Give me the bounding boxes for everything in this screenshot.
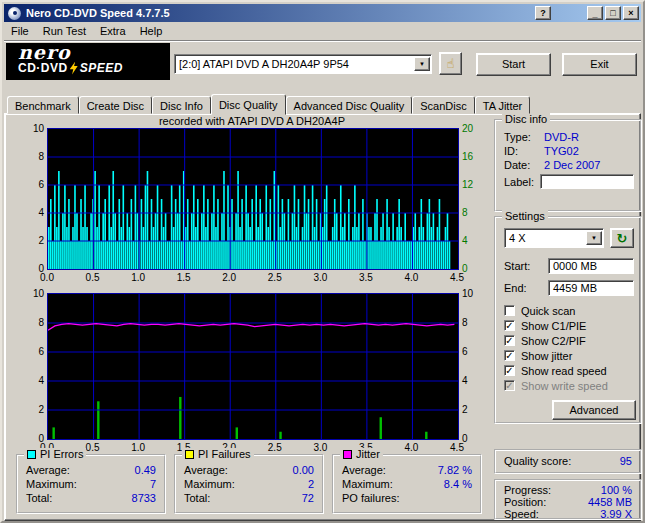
axis-tick: 6 xyxy=(22,179,44,190)
legend-label: Maximum: xyxy=(342,478,393,490)
menu-help[interactable]: Help xyxy=(133,23,170,40)
checkbox-box[interactable] xyxy=(504,305,515,316)
tab-bar: BenchmarkCreate DiscDisc InfoDisc Qualit… xyxy=(7,93,530,114)
axis-tick: 8 xyxy=(22,317,44,328)
axis-tick: 8 xyxy=(462,207,486,218)
app-window: Nero CD-DVD Speed 4.7.7.5 ? _ □ × FileRu… xyxy=(0,0,645,523)
checkbox-show-c2-pif[interactable]: ✓Show C2/PIF xyxy=(504,334,586,347)
legend-title: PI Failures xyxy=(182,448,254,460)
disc-info-value: 2 Dec 2007 xyxy=(544,159,600,171)
menu-separator xyxy=(4,40,641,42)
menu-file[interactable]: File xyxy=(4,23,36,40)
axis-tick: 0.5 xyxy=(80,272,106,283)
axis-tick: 1.0 xyxy=(125,272,151,283)
legend-title-text: PI Failures xyxy=(198,448,251,460)
label-label: Label: xyxy=(504,176,534,188)
minimize-button[interactable]: _ xyxy=(587,6,603,20)
axis-tick: 3.0 xyxy=(307,272,333,283)
chart-header: recorded with ATAPI DVD A DH20A4P xyxy=(47,115,457,127)
label-field[interactable] xyxy=(540,174,634,189)
disc-info-title: Disc info xyxy=(502,113,550,125)
eject-button[interactable]: ☝ xyxy=(439,52,462,75)
start-field[interactable]: 0000 MB xyxy=(548,258,634,274)
axis-tick: 4 xyxy=(22,375,44,386)
disc-info-group: Disc info Label: Type:DVD-RID:TYG02Date:… xyxy=(494,119,642,212)
advanced-button[interactable]: Advanced xyxy=(552,400,636,420)
axis-tick: 10 xyxy=(462,288,486,299)
hand-icon: ☝ xyxy=(447,56,455,71)
legend-jitter: JitterAverage:7.82 %Maximum:8.4 %PO fail… xyxy=(332,454,482,514)
help-button[interactable]: ? xyxy=(535,6,551,20)
axis-tick: 3.0 xyxy=(307,442,333,453)
axis-tick: 8 xyxy=(22,151,44,162)
menu-run-test[interactable]: Run Test xyxy=(36,23,93,40)
axis-tick: 10 xyxy=(22,288,44,299)
legend-title-text: PI Errors xyxy=(40,448,83,460)
tab-disc-info[interactable]: Disc Info xyxy=(152,96,211,114)
speed-selector-value: 4 X xyxy=(505,232,586,244)
chevron-down-icon[interactable]: ▼ xyxy=(414,57,430,71)
disc-info-label: ID: xyxy=(504,145,518,157)
axis-tick: 2.5 xyxy=(262,272,288,283)
tab-ta-jitter[interactable]: TA Jitter xyxy=(475,96,531,114)
axis-tick: 2.0 xyxy=(216,272,242,283)
close-button[interactable]: × xyxy=(623,6,639,20)
progress-label: Speed: xyxy=(504,508,539,520)
checkbox-show-read-speed[interactable]: ✓Show read speed xyxy=(504,364,607,377)
drive-selector-value: [2:0] ATAPI DVD A DH20A4P 9P54 xyxy=(175,58,414,70)
chevron-down-icon[interactable]: ▼ xyxy=(586,231,602,245)
menu-extra[interactable]: Extra xyxy=(93,23,133,40)
legend-label: Average: xyxy=(342,464,386,476)
legend-value: 8.4 % xyxy=(444,478,472,490)
axis-tick: 4 xyxy=(462,375,486,386)
title-bar[interactable]: Nero CD-DVD Speed 4.7.7.5 ? _ □ × xyxy=(4,4,641,22)
legend-value: 7.82 % xyxy=(438,464,472,476)
legend-label: Maximum: xyxy=(184,478,235,490)
app-icon xyxy=(8,7,21,20)
drive-selector[interactable]: [2:0] ATAPI DVD A DH20A4P 9P54 ▼ xyxy=(174,54,432,74)
legend-title-text: Jitter xyxy=(356,448,380,460)
legend-title: Jitter xyxy=(340,448,383,460)
speed-logo-text: SPEED xyxy=(80,61,123,75)
settings-group: Settings 4 X ▼ ↻ Start: 0000 MB End: 445… xyxy=(494,216,642,424)
tab-benchmark[interactable]: Benchmark xyxy=(7,96,79,114)
pi-failures-swatch-icon xyxy=(185,450,194,459)
tab-scandisc[interactable]: ScanDisc xyxy=(412,96,474,114)
legend-value: 8733 xyxy=(132,492,156,504)
legend-value: 72 xyxy=(302,492,314,504)
end-field[interactable]: 4459 MB xyxy=(548,280,634,296)
progress-value: 100 % xyxy=(601,484,632,496)
pi-errors-swatch-icon xyxy=(27,450,36,459)
axis-tick: 8 xyxy=(462,317,486,328)
checkbox-box[interactable]: ✓ xyxy=(504,350,515,361)
legend-label: Total: xyxy=(184,492,210,504)
tab-create-disc[interactable]: Create Disc xyxy=(79,96,152,114)
axis-tick: 4.0 xyxy=(398,442,424,453)
axis-tick: 1.5 xyxy=(171,272,197,283)
nero-logo-text: nero xyxy=(18,44,170,61)
axis-tick: 4.5 xyxy=(444,272,470,283)
legend-pi-failures: PI FailuresAverage:0.00Maximum:2Total:72 xyxy=(174,454,324,514)
tab-disc-quality[interactable]: Disc Quality xyxy=(211,94,286,115)
checkbox-show-c1-pie[interactable]: ✓Show C1/PIE xyxy=(504,319,586,332)
checkbox-box[interactable]: ✓ xyxy=(504,320,515,331)
axis-tick: 4.0 xyxy=(398,272,424,283)
checkbox-box[interactable]: ✓ xyxy=(504,335,515,346)
checkbox-show-write-speed[interactable]: ✓Show write speed xyxy=(504,379,608,392)
legend-label: PO failures: xyxy=(342,492,399,504)
checkbox-quick-scan[interactable]: Quick scan xyxy=(504,304,575,317)
exit-button[interactable]: Exit xyxy=(562,53,637,76)
start-button[interactable]: Start xyxy=(476,53,551,76)
maximize-button[interactable]: □ xyxy=(605,6,621,20)
checkbox-show-jitter[interactable]: ✓Show jitter xyxy=(504,349,572,362)
refresh-button[interactable]: ↻ xyxy=(610,228,634,248)
checkbox-box[interactable]: ✓ xyxy=(504,380,515,391)
speed-selector[interactable]: 4 X ▼ xyxy=(504,228,604,248)
checkbox-box[interactable]: ✓ xyxy=(504,365,515,376)
quality-score-group: Quality score: 95 xyxy=(494,449,642,474)
tab-advanced-disc-quality[interactable]: Advanced Disc Quality xyxy=(286,96,413,114)
legend-value: 2 xyxy=(308,478,314,490)
legend-value: 0.49 xyxy=(135,464,156,476)
checkbox-label: Quick scan xyxy=(521,305,575,317)
progress-label: Progress: xyxy=(504,484,551,496)
